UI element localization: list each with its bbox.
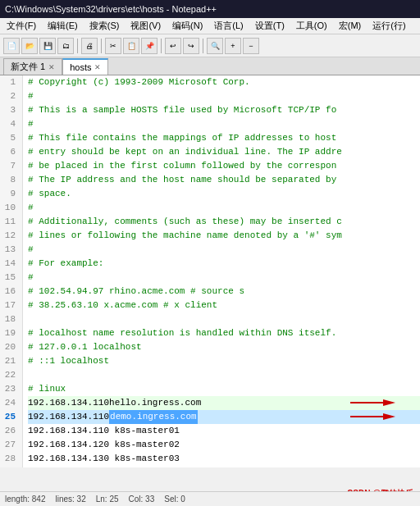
menu-run[interactable]: 运行(行): [369, 19, 409, 33]
line-23-text: # linux: [28, 382, 66, 396]
ln-6: 6: [0, 145, 19, 159]
new-button[interactable]: 📄: [3, 38, 20, 54]
toolbar-sep-2: [101, 39, 102, 53]
arrow-25: [350, 410, 395, 424]
code-line-1: # Copyright (c) 1993-2009 Microsoft Corp…: [28, 75, 420, 89]
ln-27: 27: [0, 438, 19, 452]
ln-20: 20: [0, 340, 19, 354]
code-line-26: 192.168.134.110 k8s-master01: [28, 424, 420, 438]
ln-28: 28: [0, 452, 19, 466]
status-sel: Sel: 0: [164, 495, 185, 504]
undo-button[interactable]: ↩: [165, 38, 181, 54]
line-8-text: # The IP address and the host name shoul…: [28, 173, 336, 187]
code-line-23: # linux: [28, 382, 420, 396]
code-line-11: # Additionally, comments (such as these)…: [28, 215, 420, 229]
arrow-svg-25: [350, 410, 395, 424]
find-button[interactable]: 🔍: [207, 38, 223, 54]
ln-25: 25: [0, 410, 19, 424]
menu-edit[interactable]: 编辑(E): [44, 19, 81, 33]
line-12-text: # lines or following the machine name de…: [28, 229, 342, 243]
menu-encode[interactable]: 编码(N): [169, 19, 206, 33]
toolbar-sep-4: [203, 39, 203, 53]
status-lines: lines: 32: [56, 495, 86, 504]
ln-21: 21: [0, 354, 19, 368]
open-button[interactable]: 📂: [21, 38, 38, 54]
tab-hosts[interactable]: hosts ✕: [62, 58, 108, 75]
title-text: C:\Windows\System32\drivers\etc\hosts - …: [5, 4, 217, 14]
ln-23: 23: [0, 382, 19, 396]
tab-new-file[interactable]: 新文件 1 ✕: [3, 58, 62, 75]
code-line-18: [28, 312, 420, 326]
ln-11: 11: [0, 215, 19, 229]
line-4-text: #: [28, 117, 34, 131]
copy-button[interactable]: 📋: [123, 38, 139, 54]
arrow-svg-24: [350, 396, 395, 410]
line-6-text: # entry should be kept on an individual …: [28, 145, 342, 159]
code-line-9: # space.: [28, 187, 420, 201]
line-19-text: # localhost name resolution is handled w…: [28, 326, 336, 340]
code-line-13: #: [28, 243, 420, 257]
tab-hosts-close[interactable]: ✕: [94, 63, 101, 71]
menu-language[interactable]: 语言(L): [211, 19, 246, 33]
line-9-text: # space.: [28, 187, 71, 201]
save-all-button[interactable]: 🗂: [57, 38, 74, 54]
line-27-text: 192.168.134.120 k8s-master02: [28, 438, 180, 452]
menu-macro[interactable]: 宏(M): [336, 19, 365, 33]
ln-10: 10: [0, 201, 19, 215]
menu-bar: 文件(F) 编辑(E) 搜索(S) 视图(V) 编码(N) 语言(L) 设置(T…: [0, 18, 420, 34]
ln-17: 17: [0, 299, 19, 312]
code-line-12: # lines or following the machine name de…: [28, 229, 420, 243]
code-line-10: #: [28, 201, 420, 215]
code-line-5: # This file contains the mappings of IP …: [28, 131, 420, 145]
code-line-27: 192.168.134.120 k8s-master02: [28, 438, 420, 452]
redo-button[interactable]: ↪: [183, 38, 199, 54]
code-line-8: # The IP address and the host name shoul…: [28, 173, 420, 187]
status-length: length: 842: [5, 495, 46, 504]
zoom-out-button[interactable]: −: [243, 38, 259, 54]
title-bar: C:\Windows\System32\drivers\etc\hosts - …: [0, 0, 420, 18]
ln-13: 13: [0, 243, 19, 257]
line-2-text: #: [28, 89, 34, 103]
menu-search[interactable]: 搜索(S): [86, 19, 123, 33]
tab-new-file-close[interactable]: ✕: [48, 63, 55, 71]
code-line-25: 192.168.134.110 demo.ingress.com: [28, 410, 420, 424]
zoom-in-button[interactable]: +: [225, 38, 241, 54]
svg-marker-3: [383, 413, 395, 420]
status-ln: Ln: 25: [96, 495, 119, 504]
line-25-ip: 192.168.134.110: [28, 410, 109, 424]
code-line-28: 192.168.134.130 k8s-master03: [28, 452, 420, 466]
editor[interactable]: 1 2 3 4 5 6 7 8 9 10 11 12 13 14 15 16 1…: [0, 75, 420, 467]
code-line-2: #: [28, 89, 420, 103]
line-10-text: #: [28, 201, 34, 215]
code-line-15: #: [28, 271, 420, 285]
status-bar: length: 842 lines: 32 Ln: 25 Col: 33 Sel…: [0, 491, 420, 506]
app-window: C:\Windows\System32\drivers\etc\hosts - …: [0, 0, 420, 506]
ln-24: 24: [0, 396, 19, 410]
line-29-text: 192.168.134.140 k8s-master-lb: [28, 466, 185, 467]
line-3-text: # This is a sample HOSTS file used by Mi…: [28, 103, 336, 117]
line-21-text: # ::1 localhost: [28, 354, 109, 368]
arrow-24: [350, 396, 395, 410]
cut-button[interactable]: ✂: [105, 38, 121, 54]
ln-29: 29: [0, 466, 19, 467]
code-line-17: # 38.25.63.10 x.acme.com # x client: [28, 299, 420, 312]
code-line-24: 192.168.134.110 hello.ingress.com: [28, 396, 420, 410]
code-line-19: # localhost name resolution is handled w…: [28, 326, 420, 340]
menu-file[interactable]: 文件(F): [3, 19, 39, 33]
save-button[interactable]: 💾: [39, 38, 56, 54]
status-col: Col: 33: [129, 495, 155, 504]
ln-4: 4: [0, 117, 19, 131]
tab-hosts-label: hosts: [70, 62, 91, 72]
code-area[interactable]: # Copyright (c) 1993-2009 Microsoft Corp…: [23, 75, 420, 467]
print-button[interactable]: 🖨: [81, 38, 98, 54]
line-17-text: # 38.25.63.10 x.acme.com # x client: [28, 299, 217, 312]
menu-settings[interactable]: 设置(T): [252, 19, 288, 33]
ln-19: 19: [0, 326, 19, 340]
menu-view[interactable]: 视图(V): [127, 19, 164, 33]
code-line-29: 192.168.134.140 k8s-master-lb: [28, 466, 420, 467]
menu-tools[interactable]: 工具(O): [293, 19, 331, 33]
code-line-7: # be placed in the first column followed…: [28, 159, 420, 173]
paste-button[interactable]: 📌: [141, 38, 158, 54]
line-numbers: 1 2 3 4 5 6 7 8 9 10 11 12 13 14 15 16 1…: [0, 75, 23, 467]
ln-9: 9: [0, 187, 19, 201]
